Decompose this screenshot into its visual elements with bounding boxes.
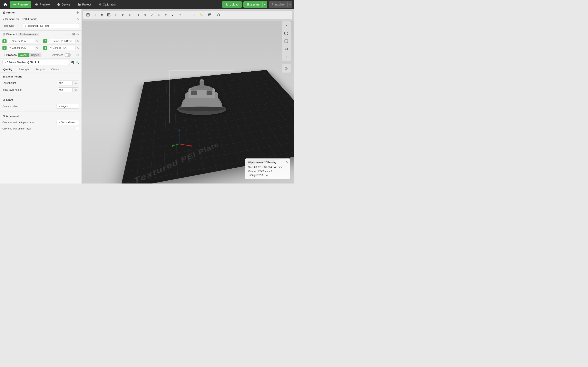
seam-position-select[interactable]: ∨ Aligned (57, 104, 79, 109)
svg-rect-13 (200, 80, 204, 88)
orbit-icon[interactable]: ◎ (283, 64, 290, 72)
right-icons-panel: ✕ R ◎ (282, 21, 291, 73)
fdm-paint-icon[interactable]: ⬡ (191, 12, 197, 18)
printer-edit-icon[interactable]: ✎ (77, 17, 79, 21)
layer-height-group-icon: ⊟ (2, 75, 5, 78)
filament-row-1: 1 ∨ Generic PLA ✎ 2 ∨ Bambu PLA Basic ✎ (0, 38, 81, 45)
sla-icon[interactable] (207, 12, 213, 18)
process-objects-btn[interactable]: Objects (29, 53, 42, 57)
top-wall-select[interactable]: ∨ Top surfaces (57, 120, 79, 125)
home-button[interactable] (2, 1, 9, 8)
filament-name-1: Generic PLA (12, 40, 26, 43)
left-panel: 🖨 Printer ⚙ ∨ Bambu Lab P1P 0.4 nozzle ✎… (0, 9, 82, 184)
filament-select-3[interactable]: ∨ Generic PLA (8, 46, 35, 50)
plate-type-select[interactable]: ∨ Textured PEI Plate (23, 23, 79, 28)
tab-prepare[interactable]: Prepare (10, 1, 31, 8)
filament-settings-icon[interactable]: ⚙ (76, 32, 79, 36)
tab-calibration[interactable]: Calibration (95, 1, 120, 8)
svg-marker-20 (190, 145, 192, 147)
print-plate-button[interactable]: Print plate ▾ (269, 1, 292, 8)
tab-others[interactable]: Others (48, 66, 62, 73)
top-wall-row: Only one wall on top surfaces ∨ Top surf… (2, 119, 79, 126)
printer-icon: 🖨 (2, 11, 5, 14)
svg-point-24 (285, 48, 288, 50)
flushing-volumes-button[interactable]: Flushing volumes (18, 33, 39, 36)
move-icon[interactable]: ✛ (135, 12, 141, 18)
top-wall-chevron-icon: ∨ (58, 121, 60, 124)
process-global-btn[interactable]: Global (18, 53, 29, 57)
filament-edit-1[interactable]: ✎ (36, 40, 38, 43)
plate-type-row: Plate type ∨ Textured PEI Plate (0, 22, 81, 31)
advanced-toggle[interactable] (65, 53, 71, 57)
process-list-icon[interactable]: ☰ (72, 53, 75, 57)
plate-settings-icon[interactable] (215, 12, 222, 18)
rotate-icon[interactable]: ↺ (142, 12, 148, 18)
filament-select-4[interactable]: ∨ Generic PLA (49, 46, 76, 50)
initial-layer-input[interactable] (58, 88, 72, 92)
measure-icon[interactable]: 📏 (198, 12, 204, 18)
tab-project-label: Project (82, 3, 91, 6)
orient-icon[interactable] (99, 12, 105, 18)
model-3dbenchy[interactable] (175, 75, 228, 120)
svg-rect-0 (86, 13, 88, 15)
filament-num-3: 3 (2, 46, 7, 50)
tab-project[interactable]: Project (74, 1, 94, 8)
filament-edit-2[interactable]: ✎ (77, 40, 79, 43)
support-paint-icon[interactable]: 🖌 (170, 12, 176, 18)
circle-icon[interactable]: ○ (113, 12, 119, 18)
object-info-close-button[interactable]: ✕ (285, 160, 288, 164)
svg-rect-4 (107, 13, 109, 15)
text-icon[interactable]: T (184, 12, 190, 18)
tab-support[interactable]: Support (32, 66, 48, 73)
cut-icon[interactable]: ✂ (163, 12, 169, 18)
layer-height-input[interactable] (58, 81, 72, 85)
filament-edit-3[interactable]: ✎ (36, 47, 38, 50)
filament-name-2: Bambu PLA Basic (53, 40, 72, 43)
remove-filament-button[interactable]: − (69, 33, 71, 36)
tab-device[interactable]: Device (54, 1, 74, 8)
svg-rect-11 (191, 91, 197, 95)
add-filament-button[interactable]: + (66, 33, 68, 36)
plate-chevron-icon: ∨ (25, 24, 27, 27)
tab-quality[interactable]: Quality (0, 66, 16, 73)
preset-name-label: 0.20mm Standard @BBL P1P (7, 61, 39, 64)
seam-paint-icon[interactable] (177, 12, 183, 18)
filament-grid-button[interactable]: ⊞ (72, 33, 75, 36)
upload-button[interactable]: Upload (222, 1, 242, 8)
topbar-right: Upload Slice plate ▾ Print plate ▾ (222, 1, 292, 8)
svg-line-21 (172, 144, 179, 146)
view-top-icon[interactable] (283, 45, 290, 53)
filament-select-2[interactable]: ∨ Bambu PLA Basic (49, 39, 76, 43)
first-layer-checkbox[interactable] (76, 127, 79, 130)
slice-plate-button[interactable]: Slice plate ▾ (243, 1, 267, 8)
process-grid-icon[interactable]: ⊞ (76, 53, 79, 57)
printer-title: Printer (6, 11, 15, 14)
tab-prepare-label: Prepare (17, 3, 28, 6)
scale-icon[interactable]: ⤢ (149, 12, 155, 18)
layers-icon[interactable]: ≡ (127, 12, 133, 18)
grid-view-icon[interactable]: ⊞ (92, 12, 98, 18)
initial-layer-label: Initial layer height (2, 89, 58, 91)
process-section-header: ⊟ Process Global Objects Advanced ☰ ⊞ (0, 51, 81, 59)
preset-save-button[interactable]: 💾 (70, 61, 74, 64)
process-mode-toggle: Global Objects (18, 53, 42, 57)
layer-height-row: Layer height mm (2, 80, 79, 86)
add-plate-icon[interactable] (85, 12, 91, 18)
tab-strength[interactable]: Strength (16, 66, 32, 73)
filament-edit-4[interactable]: ✎ (77, 47, 79, 50)
tab-preview[interactable]: Preview (32, 1, 53, 8)
filament-icon: ⊟ (2, 32, 5, 36)
printer-settings-icon[interactable]: ⚙ (76, 11, 79, 15)
p-icon[interactable]: P (120, 12, 126, 18)
preset-search-button[interactable]: 🔍 (76, 61, 79, 64)
mirror-icon[interactable]: ⇔ (156, 12, 162, 18)
viewport[interactable]: ⊞ ○ P ≡ ✛ ↺ ⤢ ⇔ ✂ 🖌 T ⬡ 📏 (82, 9, 294, 184)
view-x-icon[interactable]: ✕ (283, 22, 290, 29)
filament-select-1[interactable]: ∨ Generic PLA (8, 39, 35, 43)
view-right-icon[interactable]: R (283, 53, 290, 60)
view-iso-icon[interactable] (283, 30, 290, 37)
svg-marker-22 (171, 145, 173, 147)
arrange-icon[interactable] (106, 12, 112, 18)
layer-height-unit: mm (72, 81, 79, 85)
view-front-icon[interactable] (283, 38, 290, 45)
